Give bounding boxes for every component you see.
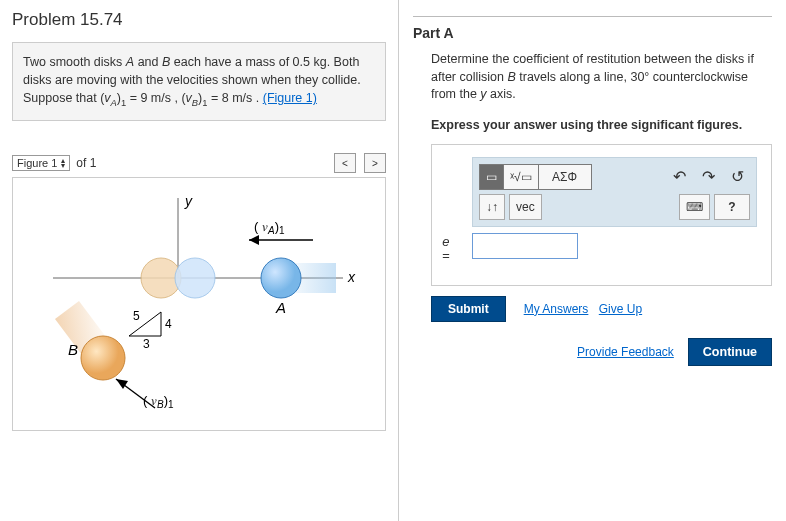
va1-label: ( 𝑣A)1 [254,219,285,236]
vb1-label: ( 𝑣B)1 [143,393,174,410]
my-answers-link[interactable]: My Answers [524,302,589,316]
answer-variable: e= [442,235,450,264]
redo-icon[interactable]: ↷ [696,165,721,189]
keyboard-icon[interactable]: ⌨ [679,194,710,220]
figure-link[interactable]: (Figure 1) [263,91,317,105]
part-a-sigfig: Express your answer using three signific… [431,118,772,132]
problem-title: Problem 15.74 [12,10,386,30]
help-button[interactable]: ? [714,194,750,220]
svg-marker-14 [116,379,128,389]
svg-point-9 [81,336,125,380]
nthroot-button[interactable]: ᵡ√▭ [504,165,539,189]
equation-toolbar: ▭ ᵡ√▭ ΑΣΦ ↶ ↷ ↺ ↓↑ vec ⌨ ? [472,157,757,227]
svg-point-7 [175,258,215,298]
figure-canvas: y x [12,177,386,431]
part-a-title: Part A [413,25,772,41]
disk-b-label: B [68,341,78,358]
figure-selector-label: Figure 1 [17,157,57,169]
answer-input[interactable] [472,233,578,259]
submit-button[interactable]: Submit [431,296,506,322]
figure-next-button[interactable]: > [364,153,386,173]
figure-selector[interactable]: Figure 1 ▴▾ [12,155,70,171]
reset-icon[interactable]: ↺ [725,165,750,189]
svg-marker-5 [249,235,259,245]
figure-count: of 1 [76,156,96,170]
svg-point-3 [261,258,301,298]
disk-a-label: A [275,299,286,316]
vec-button[interactable]: vec [509,194,542,220]
template-button[interactable]: ▭ [480,165,504,189]
tri-opp: 4 [165,317,172,331]
chevron-updown-icon: ▴▾ [61,158,65,169]
part-a-instruction: Determine the coefficient of restitution… [431,51,772,104]
axis-y-label: y [184,193,193,209]
problem-statement: Two smooth disks A and B each have a mas… [12,42,386,121]
tri-adj: 3 [143,337,150,351]
arrows-button[interactable]: ↓↑ [479,194,505,220]
undo-icon[interactable]: ↶ [667,165,692,189]
figure-prev-button[interactable]: < [334,153,356,173]
axis-x-label: x [347,269,356,285]
answer-box: ▭ ᵡ√▭ ΑΣΦ ↶ ↷ ↺ ↓↑ vec ⌨ ? e= [431,144,772,286]
tri-hyp: 5 [133,309,140,323]
greek-button[interactable]: ΑΣΦ [539,165,591,189]
give-up-link[interactable]: Give Up [599,302,642,316]
provide-feedback-link[interactable]: Provide Feedback [577,345,674,359]
continue-button[interactable]: Continue [688,338,772,366]
